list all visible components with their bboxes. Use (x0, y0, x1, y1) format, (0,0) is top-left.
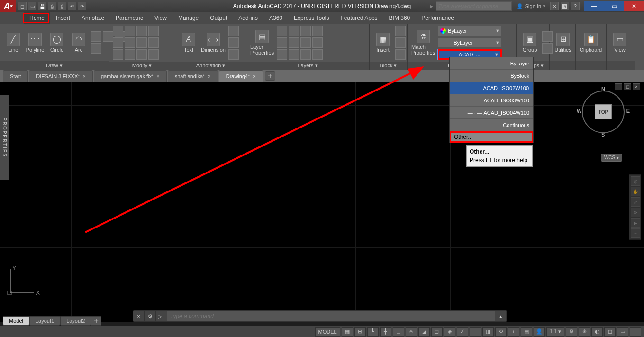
tab-bim360[interactable]: BIM 360 (383, 12, 416, 24)
qat-new-icon[interactable]: ◻ (18, 2, 27, 10)
isodraft-icon[interactable]: ◢ (418, 327, 430, 337)
qat-save-icon[interactable]: 💾 (38, 2, 46, 10)
tab-output[interactable]: Output (204, 12, 233, 24)
tab-insert[interactable]: Insert (50, 12, 76, 24)
layout-2[interactable]: Layout2 (60, 316, 91, 326)
utilities-button[interactable]: ⊞Utilities (553, 33, 572, 53)
cmd-close-icon[interactable]: × (133, 311, 145, 321)
layer-uniso-icon[interactable] (289, 37, 299, 48)
signin-button[interactable]: 👤Sign In▾ (514, 3, 548, 9)
osnap-icon[interactable]: ◻ (431, 327, 443, 337)
cmd-expand-icon[interactable]: ▴ (495, 311, 507, 321)
new-doc-tab-button[interactable]: ＋ (265, 71, 275, 81)
panel-layers-title[interactable]: Layers ▾ (246, 62, 369, 70)
polyline-button[interactable]: 〰Polyline (26, 33, 45, 53)
linetype-other[interactable]: Other... (450, 131, 533, 143)
tab-a360[interactable]: A360 (263, 12, 288, 24)
panel-block-title[interactable]: Block ▾ (370, 62, 407, 70)
linetype-iso04[interactable]: — · — ACAD_ISO04W100 (450, 107, 533, 119)
doc-tab-1[interactable]: DIESAIN 3 FIXXX*× (29, 70, 93, 82)
orbit-icon[interactable]: ⟳ (631, 208, 640, 217)
drawing-area[interactable]: – ◻ × YX TOP N S W E WCS ▾ ◎ ✋ ⤢ ⟳ ▶ ⋯ (0, 82, 644, 322)
polar-icon[interactable]: ✳ (406, 327, 417, 337)
close-button[interactable]: ✕ (624, 1, 644, 11)
search-input[interactable] (436, 1, 512, 11)
arc-button[interactable]: ◠Arc (69, 33, 88, 53)
add-layout-button[interactable]: ＋ (91, 316, 101, 326)
doc-tab-4[interactable]: Drawing4*× (219, 70, 263, 82)
table-icon[interactable] (228, 37, 239, 48)
viewcube-e[interactable]: E (626, 108, 630, 114)
pan-icon[interactable]: ✋ (631, 187, 640, 196)
explode-icon[interactable] (148, 37, 159, 48)
layer-on-icon[interactable] (277, 26, 287, 36)
array-icon[interactable] (136, 49, 147, 60)
selection-cycling-icon[interactable]: ⟲ (495, 327, 507, 337)
panel-annotation-title[interactable]: Annotation ▾ (175, 62, 246, 70)
qat-undo-icon[interactable]: ↶ (68, 2, 76, 10)
app-logo[interactable]: A▾ (0, 0, 16, 12)
layer-state-icon[interactable] (312, 49, 323, 60)
autodesk-app-icon[interactable]: 🅰 (561, 2, 569, 10)
properties-palette-collapsed[interactable]: PROPERTIES (0, 95, 9, 180)
annotation-scale[interactable]: 1:1 ▾ (546, 327, 564, 337)
doc-tab-3[interactable]: shaft andika*× (168, 70, 218, 82)
close-tab-icon[interactable]: × (253, 73, 255, 79)
linetype-iso03[interactable]: — – – ACAD_ISO03W100 (450, 94, 533, 107)
tab-expresstools[interactable]: Express Tools (288, 12, 335, 24)
annotation-monitor-icon[interactable]: + (508, 327, 519, 337)
status-model[interactable]: MODEL (315, 327, 340, 337)
color-dropdown[interactable]: ByLayer▼ (438, 26, 502, 36)
tab-view[interactable]: View (149, 12, 172, 24)
panel-modify-title[interactable]: Modify ▾ (109, 62, 175, 70)
close-tab-icon[interactable]: × (156, 73, 159, 79)
grid-toggle-icon[interactable]: ▦ (342, 327, 353, 337)
move-icon[interactable] (113, 26, 123, 36)
quick-properties-icon[interactable]: ▤ (521, 327, 532, 337)
layer-off-icon[interactable] (300, 37, 311, 48)
linetype-byblock[interactable]: ByBlock (450, 70, 533, 82)
panel-draw-title[interactable]: Draw ▾ (0, 61, 109, 70)
close-tab-icon[interactable]: × (83, 73, 86, 79)
lineweight-dropdown[interactable]: ByLayer▼ (438, 37, 502, 48)
viewcube-compass[interactable] (582, 91, 625, 133)
viewcube-n[interactable]: N (601, 86, 605, 92)
clipboard-button[interactable]: 📋Clipboard (580, 33, 602, 53)
circle-button[interactable]: ◯Circle (47, 33, 66, 53)
maximize-button[interactable]: ▭ (604, 1, 624, 11)
layer-match-icon[interactable] (289, 49, 299, 60)
minimize-button[interactable]: — (584, 1, 604, 11)
draw-mini-1[interactable] (91, 31, 101, 42)
workspace-icon[interactable]: ⚙ (566, 327, 577, 337)
layout-model[interactable]: Model (3, 316, 29, 326)
view-button[interactable]: ▭View (610, 33, 629, 53)
viewcube-s[interactable]: S (601, 132, 605, 137)
isolate-objects-icon[interactable]: ◻ (604, 327, 616, 337)
qat-redo-icon[interactable]: ↷ (78, 2, 86, 10)
exchange-icon[interactable]: ✕ (550, 2, 559, 10)
linetype-bylayer[interactable]: ByLayer (450, 57, 533, 70)
cmd-recent-icon[interactable]: ⚙ (145, 311, 156, 321)
create-block-icon[interactable] (395, 26, 406, 36)
ortho-icon[interactable]: ∟ (393, 327, 404, 337)
doc-tab-start[interactable]: Start (3, 70, 28, 82)
match-properties-button[interactable]: ⚗MatchProperties (411, 30, 435, 55)
doc-tab-2[interactable]: gambar sistem gak fix*× (94, 70, 167, 82)
steering-wheel-icon[interactable]: ◎ (631, 176, 640, 186)
fillet-icon[interactable] (136, 37, 147, 48)
group-button[interactable]: ▣Group (520, 33, 539, 53)
draw-mini-4[interactable] (91, 43, 101, 54)
qat-saveas-icon[interactable]: ⎙ (48, 2, 56, 10)
clean-screen-icon[interactable]: ▭ (617, 327, 628, 337)
scale-icon[interactable] (125, 49, 135, 60)
offset-icon[interactable] (148, 49, 159, 60)
anno-visibility-icon[interactable]: ✳ (579, 327, 590, 337)
command-input[interactable] (167, 311, 495, 321)
viewcube-w[interactable]: W (577, 108, 581, 114)
leader-icon[interactable] (228, 26, 239, 36)
layout-1[interactable]: Layout1 (29, 316, 60, 326)
line-button[interactable]: ╱Line (4, 33, 23, 53)
3dosnap-icon[interactable]: ◈ (444, 327, 455, 337)
wcs-badge[interactable]: WCS ▾ (601, 154, 622, 162)
mtext-icon[interactable] (228, 49, 239, 60)
